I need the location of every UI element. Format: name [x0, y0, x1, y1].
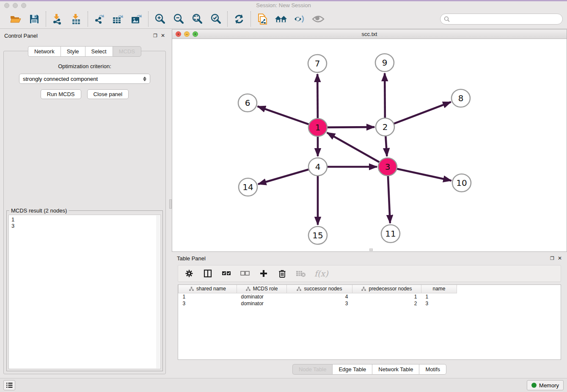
- node-table[interactable]: shared nameMCDS rolesuccessor nodesprede…: [178, 284, 561, 360]
- close-panel-icon[interactable]: ✕: [161, 33, 165, 38]
- mcds-result-box[interactable]: 1 3: [8, 215, 161, 369]
- network-minimize-button[interactable]: −: [184, 31, 190, 37]
- table-cell[interactable]: 2: [352, 300, 421, 307]
- close-window-button[interactable]: [4, 3, 9, 8]
- column-header-predecessor-nodes[interactable]: predecessor nodes: [352, 285, 421, 293]
- select-all-button[interactable]: [221, 268, 231, 279]
- edge-2-3[interactable]: [385, 135, 387, 156]
- network-canvas[interactable]: 7968124314101511: [172, 39, 567, 251]
- select-spinner-icon: [143, 75, 146, 83]
- edge-3-11[interactable]: [388, 174, 390, 223]
- table-cell[interactable]: 4: [287, 293, 352, 300]
- node-4[interactable]: 4: [308, 158, 327, 176]
- node-10[interactable]: 10: [452, 174, 471, 192]
- tab-mcds[interactable]: MCDS: [113, 46, 141, 57]
- run-mcds-button[interactable]: Run MCDS: [41, 89, 81, 99]
- search-input[interactable]: [452, 16, 559, 22]
- open-session-button[interactable]: [9, 13, 22, 25]
- edge-2-9[interactable]: [385, 73, 385, 119]
- refresh-layout-button[interactable]: [233, 13, 245, 25]
- node-3[interactable]: 3: [378, 158, 397, 176]
- hierarchy-icon: [297, 287, 301, 291]
- node-7[interactable]: 7: [308, 55, 327, 72]
- style-toggle-button[interactable]: [293, 13, 306, 25]
- deselect-all-button[interactable]: [240, 268, 250, 279]
- export-image-button[interactable]: [130, 13, 143, 25]
- float-table-panel-icon[interactable]: ❐: [550, 256, 554, 261]
- save-session-button[interactable]: [28, 13, 41, 25]
- tab-network-table[interactable]: Network Table: [372, 364, 419, 375]
- edge-3-10[interactable]: [395, 168, 451, 181]
- table-row[interactable]: 1dominator411: [179, 293, 457, 300]
- network-window-titlebar[interactable]: × − + scc.txt: [172, 30, 567, 39]
- zoom-out-icon: [173, 14, 184, 25]
- save-icon: [29, 14, 39, 24]
- table-cell[interactable]: dominator: [237, 293, 287, 300]
- search-box[interactable]: [440, 14, 563, 25]
- export-table-button[interactable]: [112, 13, 124, 25]
- node-1[interactable]: 1: [308, 119, 327, 136]
- network-graph[interactable]: 7968124314101511: [172, 39, 567, 251]
- minimize-window-button[interactable]: [13, 3, 18, 8]
- tab-style[interactable]: Style: [61, 46, 85, 57]
- table-cell[interactable]: 3: [287, 300, 352, 307]
- optimization-select[interactable]: strongly connected component: [19, 74, 150, 84]
- edge-1-7[interactable]: [317, 74, 318, 120]
- table-cell[interactable]: 1: [179, 293, 237, 300]
- zoom-fit-button[interactable]: [191, 13, 204, 25]
- task-history-button[interactable]: [3, 380, 15, 390]
- column-header-name[interactable]: name: [421, 285, 457, 293]
- edge-1-2[interactable]: [325, 127, 374, 127]
- table-cell[interactable]: 3: [179, 300, 237, 307]
- function-builder-button[interactable]: f(x): [314, 268, 328, 279]
- home-button[interactable]: [275, 13, 287, 25]
- close-table-panel-icon[interactable]: ✕: [558, 256, 562, 261]
- float-panel-icon[interactable]: ❐: [153, 33, 157, 38]
- show-columns-button[interactable]: [203, 268, 213, 279]
- node-label: 2: [383, 122, 388, 132]
- close-panel-button[interactable]: Close panel: [87, 89, 129, 99]
- table-cell[interactable]: dominator: [237, 300, 287, 307]
- zoom-out-button[interactable]: [172, 13, 185, 25]
- import-table-button[interactable]: [70, 13, 83, 25]
- table-cell[interactable]: 1: [421, 293, 457, 300]
- node-14[interactable]: 14: [239, 178, 257, 196]
- column-header-MCDS-role[interactable]: MCDS role: [237, 285, 287, 293]
- zoom-selected-button[interactable]: [209, 13, 222, 25]
- edge-3-1[interactable]: [327, 133, 381, 163]
- table-cell[interactable]: 1: [352, 293, 421, 300]
- add-column-button[interactable]: [259, 268, 269, 279]
- table-cell[interactable]: 3: [421, 300, 457, 307]
- node-6[interactable]: 6: [238, 94, 257, 112]
- tab-select[interactable]: Select: [85, 46, 113, 57]
- eye-button[interactable]: [312, 13, 325, 25]
- zoom-in-button[interactable]: [154, 13, 166, 25]
- table-row[interactable]: 3dominator323: [179, 300, 457, 307]
- tab-node-table[interactable]: Node Table: [292, 364, 333, 375]
- delete-column-button[interactable]: [277, 268, 287, 279]
- maximize-window-button[interactable]: [21, 3, 26, 8]
- memory-button[interactable]: Memory: [527, 380, 564, 390]
- node-2[interactable]: 2: [376, 118, 394, 136]
- import-network-button[interactable]: [51, 13, 64, 25]
- node-15[interactable]: 15: [308, 226, 327, 244]
- canvas-resize-grip[interactable]: [369, 248, 373, 251]
- network-maximize-button[interactable]: +: [193, 31, 198, 37]
- column-header-successor-nodes[interactable]: successor nodes: [287, 285, 352, 293]
- node-11[interactable]: 11: [381, 225, 400, 243]
- copy-network-button[interactable]: [256, 13, 269, 25]
- tab-edge-table[interactable]: Edge Table: [332, 364, 372, 375]
- node-9[interactable]: 9: [375, 54, 394, 72]
- node-8[interactable]: 8: [451, 89, 470, 107]
- delete-table-button[interactable]: [296, 268, 306, 279]
- edge-2-8[interactable]: [392, 102, 451, 124]
- column-header-shared-name[interactable]: shared name: [179, 285, 237, 293]
- result-scrollbar[interactable]: [156, 215, 160, 368]
- edge-1-6[interactable]: [258, 106, 311, 125]
- edge-4-14[interactable]: [258, 169, 311, 184]
- table-settings-button[interactable]: [184, 268, 194, 279]
- network-close-button[interactable]: ×: [176, 31, 181, 37]
- tab-network[interactable]: Network: [28, 46, 61, 57]
- tab-motifs[interactable]: Motifs: [419, 364, 446, 375]
- export-network-button[interactable]: [93, 13, 106, 25]
